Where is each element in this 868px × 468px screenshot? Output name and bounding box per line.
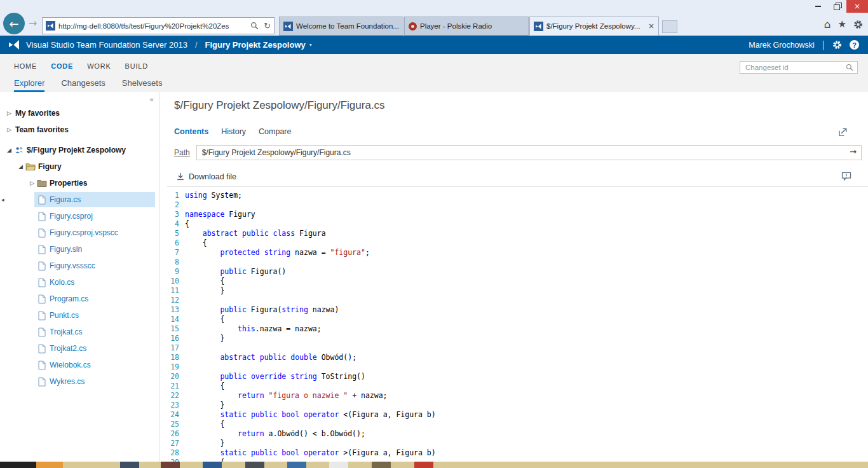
- tree-item-my-favorites[interactable]: ▷My favorites: [0, 105, 159, 121]
- chevron-down-icon[interactable]: ▾: [309, 42, 312, 48]
- tree-collapsed-icon[interactable]: ▷: [28, 180, 36, 186]
- tfs-favicon: [283, 22, 293, 31]
- taskbar-segment[interactable]: [372, 462, 391, 468]
- project-selector[interactable]: Figury Projekt Zespolowy: [205, 40, 306, 50]
- tab-title: Welcome to Team Foundation...: [296, 22, 399, 30]
- open-in-new-icon[interactable]: [838, 127, 848, 139]
- tree-item-wykres-cs[interactable]: Wykres.cs: [0, 373, 159, 390]
- tree-item-label: Figura.cs: [50, 195, 81, 204]
- path-label[interactable]: Path: [174, 148, 190, 157]
- hub-nav: HOME CODE WORK BUILD: [14, 62, 148, 70]
- tree-item-label: Figury: [38, 162, 62, 171]
- tree-item-team-favorites[interactable]: ▷Team favorites: [0, 121, 159, 138]
- tab-contents[interactable]: Contents: [174, 127, 208, 136]
- restore-button[interactable]: [827, 0, 846, 13]
- code-text: }: [185, 286, 224, 296]
- taskbar-segment[interactable]: [414, 462, 433, 468]
- tab-shelvesets[interactable]: Shelvesets: [122, 78, 163, 92]
- code-text: {: [185, 238, 207, 248]
- changeset-search-box[interactable]: [740, 61, 858, 74]
- close-tab-icon[interactable]: ×: [648, 22, 654, 31]
- address-search-icon[interactable]: [250, 22, 259, 30]
- line-number: 4: [159, 219, 184, 229]
- favorites-star-icon[interactable]: ★: [838, 20, 846, 29]
- taskbar-segment[interactable]: [203, 462, 222, 468]
- file-icon: [36, 294, 48, 304]
- current-item-marker: ◂: [1, 196, 4, 203]
- tab-build[interactable]: BUILD: [125, 62, 148, 70]
- tree-expanded-icon[interactable]: ◢: [5, 147, 13, 153]
- code-line-7: 7 protected string nazwa = "figura";: [159, 248, 868, 258]
- tree-item-properties[interactable]: ▷Properties: [0, 175, 159, 191]
- browser-tab-figury[interactable]: $/Figury Projekt Zespolowy... ×: [529, 17, 659, 36]
- close-button[interactable]: ×: [846, 0, 868, 13]
- taskbar-segment[interactable]: [329, 462, 348, 468]
- tab-history[interactable]: History: [221, 127, 246, 136]
- tree-item-trojkat2-cs[interactable]: Trojkat2.cs: [0, 340, 159, 357]
- file-icon: [36, 228, 48, 238]
- tree-item-punkt-cs[interactable]: Punkt.cs: [0, 307, 159, 324]
- tfs-brand-title: Visual Studio Team Foundation Server 201…: [26, 40, 187, 50]
- code-text: public Figura(): [185, 267, 286, 277]
- tab-code[interactable]: CODE: [51, 62, 73, 70]
- tree-item-figura-cs[interactable]: ◂Figura.cs: [0, 191, 159, 208]
- tree-collapsed-icon[interactable]: ▷: [5, 110, 13, 116]
- taskbar-segment[interactable]: [287, 462, 306, 468]
- forward-button[interactable]: →: [29, 17, 37, 29]
- search-icon[interactable]: [846, 64, 853, 71]
- taskbar-segment[interactable]: [161, 462, 180, 468]
- refresh-icon[interactable]: ↻: [264, 21, 271, 31]
- user-name[interactable]: Marek Grochowski: [749, 41, 815, 50]
- tab-work[interactable]: WORK: [87, 62, 111, 70]
- taskbar-segment[interactable]: [0, 462, 36, 468]
- tree-item-program-cs[interactable]: Program.cs: [0, 291, 159, 307]
- file-icon: [36, 261, 48, 271]
- tree-item-figury-projekt-zespolowy[interactable]: ◢$/Figury Projekt Zespolowy: [0, 142, 159, 158]
- tab-changesets[interactable]: Changesets: [61, 78, 105, 92]
- tab-explorer[interactable]: Explorer: [14, 78, 44, 92]
- tab-compare[interactable]: Compare: [259, 127, 291, 136]
- code-text: {: [185, 420, 224, 429]
- code-line-26: 26 return a.Obwód() < b.Obwód();: [159, 429, 868, 439]
- code-line-27: 27 }: [159, 439, 868, 448]
- tree-item-wielobok-cs[interactable]: Wielobok.cs: [0, 357, 159, 373]
- back-button[interactable]: ←: [3, 13, 25, 34]
- tree-expanded-icon[interactable]: ◢: [17, 163, 25, 170]
- file-icon: [36, 377, 48, 387]
- tree-item-figury-sln[interactable]: Figury.sln: [0, 241, 159, 258]
- tab-home[interactable]: HOME: [14, 62, 37, 70]
- changeset-search-input[interactable]: [744, 63, 846, 72]
- tree-item-figury-csproj-vspscc[interactable]: Figury.csproj.vspscc: [0, 224, 159, 241]
- tree-item-figury-vssscc[interactable]: Figury.vssscc: [0, 258, 159, 274]
- new-tab-button[interactable]: [662, 20, 677, 33]
- path-go-icon[interactable]: →: [850, 147, 857, 156]
- home-icon[interactable]: ⌂: [824, 19, 831, 30]
- tree-item-figury[interactable]: ◢Figury: [0, 158, 159, 175]
- line-number: 5: [159, 229, 184, 238]
- browser-tab-radio[interactable]: Player - Polskie Radio: [404, 17, 529, 36]
- tree-item-figury-csproj[interactable]: Figury.csproj: [0, 208, 159, 224]
- header-divider: |: [822, 39, 825, 51]
- line-number: 21: [159, 382, 184, 391]
- tree-item-trojkat-cs[interactable]: Trojkat.cs: [0, 324, 159, 340]
- minimize-button[interactable]: [808, 0, 827, 13]
- admin-gear-icon[interactable]: [832, 40, 842, 50]
- line-number: 27: [159, 439, 184, 448]
- browser-gear-icon[interactable]: [853, 20, 863, 29]
- tree-item-label: Figury.csproj.vspscc: [50, 228, 118, 237]
- taskbar-segment[interactable]: [245, 462, 264, 468]
- collapse-sidebar-icon[interactable]: «: [149, 95, 154, 104]
- path-input[interactable]: [197, 146, 861, 160]
- help-icon[interactable]: ?: [850, 40, 859, 50]
- taskbar-segment[interactable]: [120, 462, 139, 468]
- download-file-button[interactable]: Download file: [176, 172, 236, 181]
- taskbar-segment[interactable]: [36, 462, 63, 468]
- windows-taskbar[interactable]: [0, 462, 868, 468]
- tree-item-kolo-cs[interactable]: Kolo.cs: [0, 274, 159, 291]
- tree-collapsed-icon[interactable]: ▷: [5, 127, 13, 133]
- address-bar[interactable]: http://mg-dell:8080/tfs/test/Figury%20Pr…: [42, 17, 275, 34]
- feedback-icon[interactable]: [841, 172, 851, 184]
- line-number: 18: [159, 353, 184, 362]
- browser-tab-welcome[interactable]: Welcome to Team Foundation...: [279, 17, 403, 36]
- tfs-favicon: [46, 21, 55, 31]
